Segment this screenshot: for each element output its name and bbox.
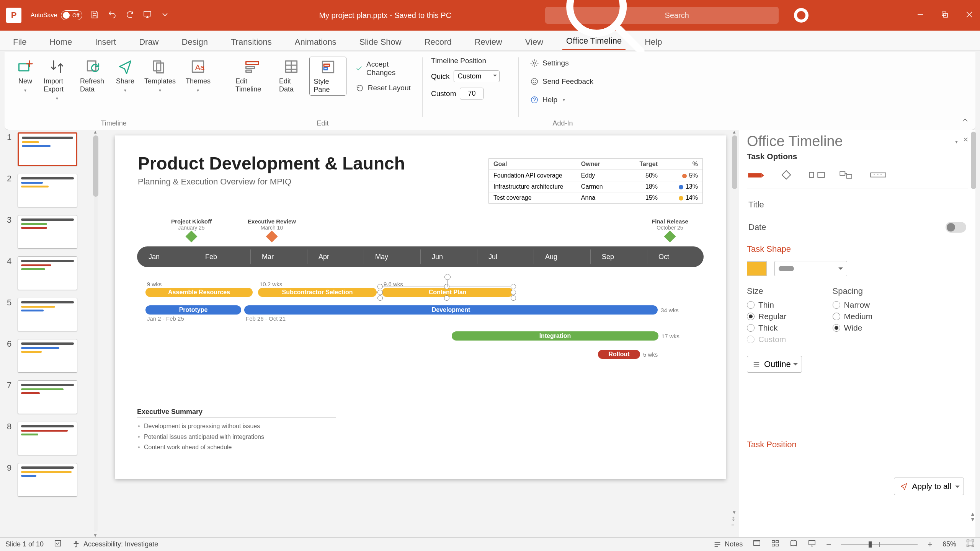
task-bar[interactable]: Integration (452, 331, 658, 341)
timeline-axis: JanFebMarAprMayJunJulAugSepOct (137, 246, 704, 267)
present-icon[interactable] (143, 10, 152, 21)
tab-office-timeline[interactable]: Office Timeline (562, 36, 626, 50)
tab-slide-show[interactable]: Slide Show (356, 37, 405, 50)
zoom-in-icon[interactable]: + (928, 540, 933, 549)
tab-file[interactable]: File (9, 37, 30, 50)
slideshow-view-icon[interactable] (808, 539, 816, 549)
edit-data-button[interactable]: Edit Data (275, 57, 307, 96)
minimize-icon[interactable] (916, 10, 925, 21)
slide-thumbnail[interactable] (18, 174, 77, 207)
style-pane-button[interactable]: Style Pane (309, 57, 346, 96)
tab-animations[interactable]: Animations (291, 37, 340, 50)
tab-help[interactable]: Help (641, 37, 666, 50)
size-regular[interactable]: Regular (747, 311, 787, 322)
slide: Product Development & Launch Planning & … (115, 135, 726, 479)
shape-diamond-icon[interactable] (777, 168, 795, 182)
title-row[interactable]: Title (747, 194, 968, 216)
search-input[interactable] (665, 11, 772, 20)
notes-button[interactable]: Notes (713, 540, 743, 549)
date-toggle[interactable] (946, 222, 966, 233)
close-pane-icon[interactable]: ✕ (963, 135, 969, 144)
reading-view-icon[interactable] (789, 539, 798, 549)
task-bar[interactable]: Prototype (145, 305, 241, 315)
tab-design[interactable]: Design (178, 37, 212, 50)
slide-thumbnail[interactable] (18, 132, 77, 166)
search-box[interactable] (545, 7, 779, 24)
tab-view[interactable]: View (521, 37, 547, 50)
task-bar[interactable]: Assemble Resources (145, 288, 253, 297)
accept-changes-button[interactable]: Accept Changes (353, 58, 414, 79)
slide-counter[interactable]: Slide 1 of 10 (5, 540, 44, 548)
tab-record[interactable]: Record (421, 37, 456, 50)
shape-steps-icon[interactable] (839, 168, 856, 182)
redo-icon[interactable] (125, 10, 134, 21)
maximize-icon[interactable] (940, 10, 949, 21)
size-thin[interactable]: Thin (747, 299, 787, 311)
slide-thumbnail[interactable] (18, 256, 77, 290)
settings-button[interactable]: Settings (527, 57, 598, 70)
quick-dropdown[interactable]: Custom (454, 70, 500, 82)
spacing-medium[interactable]: Medium (833, 311, 873, 322)
slide-thumbnail[interactable] (18, 463, 77, 497)
task-bar[interactable]: Rollout (598, 350, 640, 359)
user-avatar[interactable] (794, 8, 808, 23)
themes-button[interactable]: AaThemes▾ (182, 57, 214, 103)
tab-home[interactable]: Home (46, 37, 76, 50)
autosave-control[interactable]: AutoSave Off (31, 10, 82, 20)
canvas-scrollbar[interactable]: ▲ ▼ ⇕ ≡ (731, 130, 738, 526)
reset-layout-button[interactable]: Reset Layout (353, 82, 414, 95)
templates-button[interactable]: Templates▾ (140, 57, 180, 103)
sorter-view-icon[interactable] (771, 539, 779, 549)
tab-review[interactable]: Review (471, 37, 506, 50)
outline-dropdown[interactable]: Outline (747, 356, 802, 373)
task-bar[interactable]: Subcontractor Selection (258, 288, 377, 297)
save-icon[interactable] (90, 10, 99, 21)
svg-rect-12 (246, 70, 252, 72)
slide-thumbnail[interactable] (18, 339, 77, 373)
accessibility-status[interactable]: Accessibility: Investigate (72, 540, 158, 549)
slide-canvas[interactable]: Product Development & Launch Planning & … (102, 130, 739, 537)
help-button[interactable]: Help▾ (527, 93, 598, 106)
zoom-out-icon[interactable]: − (826, 540, 831, 549)
close-icon[interactable] (965, 10, 974, 21)
slide-thumbnail[interactable] (18, 215, 77, 249)
spacing-narrow[interactable]: Narrow (833, 299, 873, 311)
apply-to-all-button[interactable]: Apply to all (894, 478, 964, 495)
edit-timeline-button[interactable]: Edit Timeline (232, 57, 273, 96)
task-color-swatch[interactable] (747, 261, 767, 276)
spellcheck-icon[interactable] (54, 539, 62, 549)
slide-thumbnail[interactable] (18, 422, 77, 455)
svg-rect-6 (154, 61, 160, 71)
pane-scrollbar[interactable]: ▲▼ (970, 131, 977, 522)
send-feedback-button[interactable]: Send Feedback (527, 75, 598, 88)
task-bar[interactable]: Development (244, 305, 658, 315)
pane-options-icon[interactable]: ▾ (955, 139, 958, 145)
svg-rect-28 (754, 541, 760, 546)
size-custom[interactable]: Custom (747, 334, 787, 345)
qat-more-icon[interactable] (160, 10, 170, 21)
autosave-toggle[interactable]: Off (61, 10, 82, 20)
tab-transitions[interactable]: Transitions (227, 37, 276, 50)
spacing-wide[interactable]: Wide (833, 322, 873, 334)
shape-dotted-icon[interactable] (869, 168, 887, 182)
share-button[interactable]: Share▾ (112, 57, 138, 103)
zoom-level[interactable]: 65% (942, 540, 956, 548)
shape-columns-icon[interactable] (808, 168, 826, 182)
new-button[interactable]: New▾ (13, 57, 38, 103)
undo-icon[interactable] (108, 10, 117, 21)
fit-to-window-icon[interactable] (966, 539, 975, 549)
normal-view-icon[interactable] (753, 539, 761, 549)
task-shape-dropdown[interactable] (774, 261, 847, 276)
collapse-ribbon-icon[interactable] (961, 116, 969, 126)
tab-draw[interactable]: Draw (135, 37, 162, 50)
custom-position-input[interactable] (460, 88, 483, 99)
refresh-data-button[interactable]: Refresh Data (76, 57, 110, 103)
tab-insert[interactable]: Insert (91, 37, 120, 50)
shape-bar-icon[interactable] (747, 168, 764, 182)
thumbs-scrollbar[interactable]: ▲▼ (92, 130, 100, 537)
zoom-slider[interactable] (841, 544, 918, 545)
import-export-button[interactable]: Import Export▾ (40, 57, 74, 103)
slide-thumbnail[interactable] (18, 380, 77, 414)
size-thick[interactable]: Thick (747, 322, 787, 334)
slide-thumbnail[interactable] (18, 298, 77, 331)
